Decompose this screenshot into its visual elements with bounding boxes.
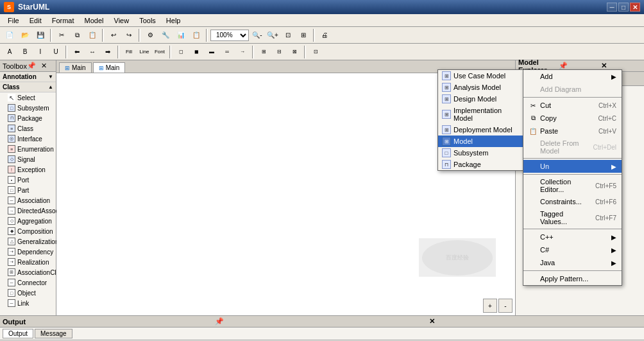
layout-btn[interactable]: ⊡ — [309, 45, 323, 59]
route-btn[interactable]: ⊠ — [287, 45, 301, 59]
paste-button[interactable]: 📋 — [85, 28, 99, 42]
toolbox-item-subsystem[interactable]: □ Subsystem — [0, 103, 56, 113]
menu-view[interactable]: View — [109, 15, 135, 26]
align-center[interactable]: ↔ — [85, 45, 99, 59]
minimize-button[interactable]: ─ — [607, 3, 617, 12]
toolbox-item-exception[interactable]: ! Exception — [0, 164, 56, 175]
canvas-tab-2[interactable]: ⊞ Main — [93, 62, 126, 73]
btn-b[interactable]: 🔧 — [158, 28, 173, 42]
draw-btn-4[interactable]: U — [49, 45, 63, 59]
menu-model[interactable]: Model — [80, 15, 109, 26]
zoom-in-button[interactable]: 🔍+ — [266, 28, 280, 42]
menu-tools[interactable]: Tools — [134, 15, 161, 26]
align-left[interactable]: ⬅ — [70, 45, 84, 59]
new-button[interactable]: 📄 — [3, 28, 17, 42]
toolbox-item-realization[interactable]: ⇢ Realization — [0, 257, 56, 267]
menu-format[interactable]: Format — [47, 15, 80, 26]
toolbox-item-connector[interactable]: ─ Connector — [0, 277, 56, 288]
cm-apply-pattern[interactable]: Apply Pattern... — [523, 272, 622, 285]
color-line[interactable]: Line — [137, 45, 151, 59]
cm-copy[interactable]: ⧉ Copy Ctrl+C — [523, 112, 622, 125]
output-pin-icon[interactable]: 📌 — [215, 317, 427, 326]
cm-java[interactable]: Java ▶ — [523, 256, 622, 269]
toolbox-item-link[interactable]: ─ Link — [0, 298, 56, 308]
toolbox-item-select[interactable]: ↖ Select — [0, 92, 56, 103]
format-btn-5[interactable]: → — [235, 45, 250, 59]
dd-subsystem[interactable]: □ Subsystem — [438, 147, 530, 159]
zoom-select[interactable]: 100% 75% 50% 150% — [210, 30, 249, 41]
copy-button[interactable]: ⧉ — [70, 28, 84, 42]
align-right[interactable]: ➡ — [101, 45, 115, 59]
close-button[interactable]: ✕ — [630, 3, 640, 12]
color-font[interactable]: Font — [153, 45, 167, 59]
toolbox-item-enumeration[interactable]: ≡ Enumeration — [0, 144, 56, 154]
remove-diagram-button[interactable]: - — [498, 299, 513, 313]
maximize-button[interactable]: □ — [618, 3, 629, 12]
toolbox-item-assoc-class[interactable]: ⊞ AssociationClass — [0, 267, 56, 277]
draw-btn-3[interactable]: I — [33, 45, 47, 59]
dd-package[interactable]: ⊓ Package — [438, 159, 530, 170]
menu-file[interactable]: File — [3, 15, 24, 26]
toolbox-item-generalization[interactable]: △ Generalization — [0, 236, 56, 247]
menu-edit[interactable]: Edit — [24, 15, 47, 26]
toolbox-item-signal[interactable]: ◇ Signal — [0, 154, 56, 164]
format-btn-1[interactable]: ◻ — [174, 45, 188, 59]
toolbox-item-association[interactable]: ─ Association — [0, 195, 56, 205]
redo-button[interactable]: ↪ — [122, 28, 136, 42]
format-btn-2[interactable]: ◼ — [189, 45, 203, 59]
cm-tagged-values[interactable]: Tagged Values... Ctrl+F7 — [523, 208, 622, 227]
zoom-out-button[interactable]: 🔍- — [250, 28, 264, 42]
draw-btn-2[interactable]: B — [18, 45, 32, 59]
toolbox-section-annotation[interactable]: Annotation ▼ — [0, 72, 56, 82]
toolbox-item-directed-assoc[interactable]: → DirectedAssociat... — [0, 205, 56, 216]
cut-button[interactable]: ✂ — [55, 28, 69, 42]
btn-c[interactable]: 📊 — [174, 28, 188, 42]
grid-btn[interactable]: ⊟ — [272, 45, 286, 59]
toolbox-close-icon[interactable]: ✕ — [41, 62, 53, 70]
output-tab-message[interactable]: Message — [35, 329, 72, 338]
output-tab-output[interactable]: Output — [3, 329, 33, 338]
open-button[interactable]: 📂 — [18, 28, 32, 42]
zoom-actual-button[interactable]: ⊞ — [296, 28, 310, 42]
add-diagram-button[interactable]: + — [483, 299, 497, 313]
format-btn-4[interactable]: ═ — [220, 45, 234, 59]
cm-paste[interactable]: 📋 Paste Ctrl+V — [523, 125, 622, 137]
dd-deployment-model[interactable]: ⊞ Deployment Model — [438, 124, 530, 136]
color-fill[interactable]: Fill — [122, 45, 136, 59]
save-button[interactable]: 💾 — [33, 28, 47, 42]
toolbox-section-class[interactable]: Class ▲ — [0, 82, 56, 92]
toolbox-item-class[interactable]: ≡ Class — [0, 123, 56, 134]
toolbox-item-composition[interactable]: ◆ Composition — [0, 226, 56, 236]
toolbox-item-dependency[interactable]: ⇢ Dependency — [0, 247, 56, 257]
dd-implementation-model[interactable]: ⊞ Implementation Model — [438, 105, 530, 124]
btn-d[interactable]: 📋 — [189, 28, 203, 42]
cm-constraints[interactable]: Constraints... Ctrl+F6 — [523, 195, 622, 208]
dd-use-case-model[interactable]: ⊞ Use Case Model — [438, 70, 530, 82]
undo-button[interactable]: ↩ — [106, 28, 121, 42]
cm-cut[interactable]: ✂ Cut Ctrl+X — [523, 99, 622, 112]
cm-csharp[interactable]: C# ▶ — [523, 243, 622, 256]
btn-a[interactable]: ⚙ — [143, 28, 157, 42]
cm-collection-editor[interactable]: Collection Editor... Ctrl+F5 — [523, 176, 622, 195]
dd-model[interactable]: ⊞ Model — [438, 136, 530, 147]
toolbox-item-part[interactable]: □ Part — [0, 185, 56, 195]
cm-add[interactable]: Add ▶ — [523, 70, 622, 83]
toolbox-item-object[interactable]: □ Object — [0, 288, 56, 298]
canvas-tab-1[interactable]: ⊞ Main — [59, 62, 92, 73]
cm-cpp[interactable]: C++ ▶ — [523, 231, 622, 243]
output-close-icon[interactable]: ✕ — [429, 317, 641, 326]
format-btn-3[interactable]: ▬ — [205, 45, 219, 59]
snap-btn[interactable]: ⊞ — [257, 45, 271, 59]
cm-un[interactable]: Un ▶ — [523, 160, 622, 173]
toolbox-item-interface[interactable]: ◎ Interface — [0, 134, 56, 144]
dd-analysis-model[interactable]: ⊞ Analysis Model — [438, 82, 530, 93]
print-button[interactable]: 🖨 — [318, 28, 332, 42]
toolbox-item-package[interactable]: ⊓ Package — [0, 113, 56, 123]
menu-help[interactable]: Help — [161, 15, 186, 26]
toolbox-pin-icon[interactable]: 📌 — [27, 62, 39, 70]
dd-design-model[interactable]: ⊞ Design Model — [438, 93, 530, 105]
draw-btn-1[interactable]: A — [3, 45, 17, 59]
toolbox-item-port[interactable]: ▪ Port — [0, 175, 56, 185]
toolbox-item-aggregation[interactable]: ◇ Aggregation — [0, 216, 56, 226]
zoom-fit-button[interactable]: ⊡ — [281, 28, 295, 42]
